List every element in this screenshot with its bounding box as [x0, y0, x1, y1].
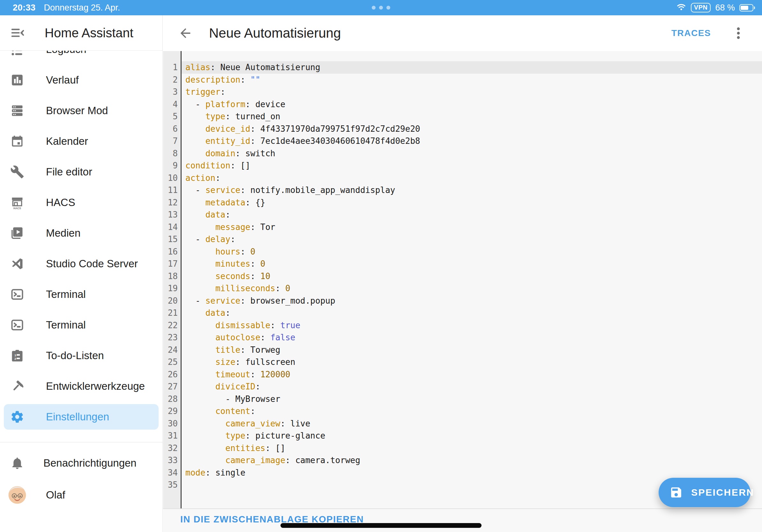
svg-text:1: 1	[14, 353, 16, 357]
multitask-dots-icon	[372, 6, 390, 10]
code-line[interactable]: mode: single	[182, 467, 762, 479]
line-number: 4	[163, 98, 181, 111]
sidebar-item-file-editor[interactable]: File editor	[0, 157, 162, 187]
code-line[interactable]: type: turned_on	[182, 110, 762, 123]
code-line[interactable]: milliseconds: 0	[182, 282, 762, 295]
line-number: 30	[163, 418, 181, 430]
code-line[interactable]: timeout: 120000	[182, 368, 762, 381]
sidebar-item-label: Verlauf	[46, 74, 79, 86]
code-line[interactable]: trigger:	[182, 86, 762, 98]
code-line[interactable]: hours: 0	[182, 245, 762, 258]
sidebar: Home Assistant LogbuchVerlaufBrowser Mod…	[0, 15, 163, 532]
sidebar-item-kalender[interactable]: Kalender	[0, 126, 162, 157]
code-line[interactable]: - MyBrowser	[182, 393, 762, 405]
sidebar-item-einstellungen[interactable]: Einstellungen	[0, 402, 162, 432]
code-line[interactable]: device_id: 4f43371970da799751f97d2c7cd29…	[182, 123, 762, 135]
wrench-icon	[10, 165, 24, 179]
code-line[interactable]: content:	[182, 405, 762, 418]
code-area[interactable]: alias: Neue Automatisierungdescription: …	[182, 51, 762, 508]
yaml-editor[interactable]: 1234567891011121314151617181920212223242…	[163, 51, 762, 508]
save-button[interactable]: SPEICHERN	[658, 478, 750, 507]
line-number: 24	[163, 344, 181, 356]
sidebar-item-entwicklerwerkzeuge[interactable]: Entwicklerwerkzeuge	[0, 371, 162, 402]
line-number-gutter: 1234567891011121314151617181920212223242…	[163, 51, 182, 508]
code-line[interactable]: entities: []	[182, 442, 762, 454]
hacs-icon: HACS	[10, 195, 24, 210]
avatar	[8, 486, 27, 504]
sidebar-item-benachrichtigungen[interactable]: Benachrichtigungen	[0, 448, 162, 478]
line-number: 3	[163, 86, 181, 98]
code-line[interactable]: - platform: device	[182, 98, 762, 111]
app-title: Home Assistant	[45, 26, 133, 40]
menu-toggle-icon[interactable]	[10, 25, 25, 40]
line-number: 14	[163, 221, 181, 233]
back-arrow-icon[interactable]	[178, 26, 193, 41]
sidebar-item-terminal[interactable]: Terminal	[0, 310, 162, 340]
code-line[interactable]: - service: browser_mod.popup	[182, 295, 762, 307]
status-left: 20:33 Donnerstag 25. Apr.	[13, 3, 120, 13]
code-line[interactable]: domain: switch	[182, 147, 762, 160]
home-indicator[interactable]	[280, 523, 482, 528]
line-number: 28	[163, 393, 181, 405]
sidebar-item-medien[interactable]: Medien	[0, 218, 162, 248]
sidebar-item-label: Olaf	[46, 489, 65, 501]
history-icon	[10, 73, 24, 87]
kebab-menu-icon[interactable]	[731, 25, 745, 41]
sidebar-item-label: File editor	[46, 166, 92, 178]
code-line[interactable]: camera_image: camera.torweg	[182, 454, 762, 467]
sidebar-item-label: Benachrichtigungen	[43, 457, 137, 469]
sidebar-item-hacs[interactable]: HACSHACS	[0, 187, 162, 218]
sidebar-item-label: Browser Mod	[46, 104, 108, 117]
hammer-icon	[10, 379, 24, 393]
page-header: Neue Automatisierung TRACES	[163, 15, 762, 51]
sidebar-item-label: HACS	[46, 196, 75, 209]
line-number: 33	[163, 454, 181, 467]
floppy-save-icon	[669, 486, 683, 499]
code-line[interactable]: message: Tor	[182, 221, 762, 233]
line-number: 17	[163, 258, 181, 270]
save-button-label: SPEICHERN	[691, 487, 754, 498]
code-line[interactable]: autoclose: false	[182, 331, 762, 344]
sidebar-item-user-olaf[interactable]: Olaf	[0, 480, 162, 510]
code-line[interactable]: minutes: 0	[182, 258, 762, 270]
code-line[interactable]: action:	[182, 172, 762, 184]
sidebar-item-studio-code-server[interactable]: Studio Code Server	[0, 248, 162, 279]
code-line[interactable]: title: Torweg	[182, 344, 762, 356]
code-line[interactable]: data:	[182, 209, 762, 221]
code-line[interactable]: diviceID:	[182, 380, 762, 393]
wifi-icon	[676, 2, 686, 13]
line-number: 18	[163, 270, 181, 283]
line-number: 12	[163, 196, 181, 209]
code-line[interactable]: dismissable: true	[182, 319, 762, 332]
sidebar-item-logbuch[interactable]: Logbuch	[0, 51, 162, 65]
code-line[interactable]: size: fullscreen	[182, 356, 762, 368]
code-line[interactable]: camera_view: live	[182, 418, 762, 430]
line-number: 26	[163, 368, 181, 381]
calendar-icon	[10, 134, 24, 148]
sidebar-item-browser-mod[interactable]: Browser Mod	[0, 96, 162, 126]
code-line[interactable]: metadata: {}	[182, 196, 762, 209]
line-number: 1	[163, 61, 181, 74]
media-icon	[10, 226, 24, 240]
sidebar-item-terminal[interactable]: Terminal	[0, 279, 162, 310]
code-line[interactable]: alias: Neue Automatisierung	[182, 61, 762, 74]
code-line[interactable]: description: ""	[182, 74, 762, 86]
line-number: 15	[163, 233, 181, 245]
traces-button[interactable]: TRACES	[671, 28, 711, 38]
line-number: 25	[163, 356, 181, 368]
code-line[interactable]: - delay:	[182, 233, 762, 245]
code-line[interactable]: - service: notify.mobile_app_wanddisplay	[182, 184, 762, 196]
sidebar-item-verlauf[interactable]: Verlauf	[0, 65, 162, 96]
bell-icon	[10, 456, 24, 470]
code-line[interactable]: seconds: 10	[182, 270, 762, 283]
code-line[interactable]: data:	[182, 307, 762, 319]
sidebar-item-to-do-listen[interactable]: 12To-do-Listen	[0, 340, 162, 371]
code-line[interactable]: type: picture-glance	[182, 430, 762, 442]
bottom-bar: IN DIE ZWISCHENABLAGE KOPIEREN	[163, 508, 762, 532]
svg-text:2: 2	[14, 357, 16, 361]
code-line[interactable]: entity_id: 7ec1de4aee34030460610478f4d0e…	[182, 135, 762, 147]
line-number: 20	[163, 295, 181, 307]
terminal-icon	[10, 287, 24, 301]
line-number: 23	[163, 331, 181, 344]
code-line[interactable]: condition: []	[182, 160, 762, 172]
